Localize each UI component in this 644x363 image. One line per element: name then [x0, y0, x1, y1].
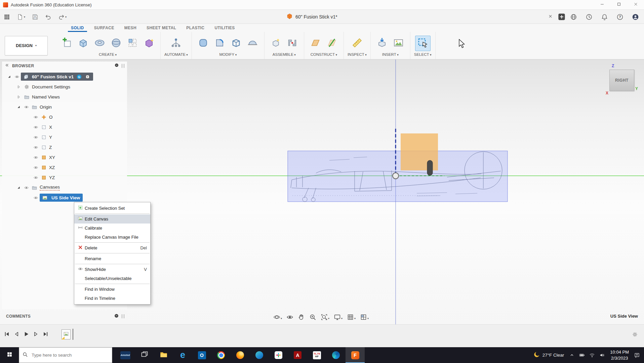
file-menu-button[interactable]: ▾	[16, 13, 26, 21]
taskbar-tl75hf[interactable]: TL75HF	[307, 347, 326, 363]
menu-item-create-selection-set[interactable]: Create Selection Set	[74, 204, 150, 213]
ribbon-tab-solid[interactable]: SOLID	[67, 24, 88, 32]
visibility-eye-icon[interactable]	[32, 164, 40, 171]
notifications-button[interactable]	[600, 12, 609, 22]
action-center-button[interactable]	[634, 352, 640, 358]
taskbar-clock[interactable]: 10:04 PM 2/3/2023	[610, 349, 629, 361]
nav-orbit-button[interactable]	[272, 313, 283, 322]
view-cube[interactable]: RIGHT	[609, 70, 634, 91]
view-cube-face-label[interactable]: RIGHT	[615, 78, 629, 83]
taskbar-slack[interactable]	[269, 347, 288, 363]
ribbon-tab-surface[interactable]: SURFACE	[90, 24, 119, 32]
browser-item-xy[interactable]: XY	[2, 152, 127, 162]
browser-item-y[interactable]: Y	[2, 132, 127, 142]
tray-network-button[interactable]	[589, 352, 595, 358]
expander-icon[interactable]	[15, 104, 23, 110]
taskbar-edge-legacy[interactable]: e	[173, 347, 192, 363]
tool-split-button[interactable]	[245, 36, 260, 51]
browser-item-60-fusion-stick-v1[interactable]: 60" Fusion Stick v1G	[2, 72, 127, 82]
timeline-step-back-button[interactable]	[13, 331, 20, 337]
visibility-eye-icon[interactable]	[23, 184, 30, 191]
visibility-eye-icon[interactable]	[32, 154, 40, 161]
search-input[interactable]	[31, 352, 99, 358]
nav-pan-button[interactable]	[297, 313, 306, 322]
nav-viewports-button[interactable]	[359, 313, 370, 322]
visibility-eye-icon[interactable]	[23, 104, 30, 110]
browser-item-named-views[interactable]: Named Views	[2, 92, 127, 102]
group-label[interactable]: SELECT	[414, 52, 432, 56]
nav-display-settings-button[interactable]	[333, 313, 344, 322]
timeline-play-button[interactable]	[23, 331, 30, 337]
visibility-eye-icon[interactable]	[32, 124, 40, 130]
visibility-eye-icon[interactable]	[32, 134, 40, 140]
taskbar-fusion-360[interactable]: F	[346, 347, 365, 363]
taskbar-chrome[interactable]	[211, 347, 231, 363]
browser-item-origin[interactable]: Origin	[2, 102, 127, 112]
taskbar-task-view[interactable]	[135, 347, 154, 363]
expander-icon[interactable]	[5, 73, 13, 80]
start-button[interactable]	[0, 347, 19, 363]
tool-insert-mesh-button[interactable]	[374, 36, 390, 51]
nav-fit-button[interactable]	[320, 313, 330, 322]
visibility-eye-icon[interactable]	[13, 73, 21, 80]
browser-item-us-side-view[interactable]: US Side View	[2, 193, 127, 203]
avatar-button[interactable]	[631, 12, 640, 22]
tray-chevron-up-button[interactable]	[569, 352, 575, 358]
job-status-button[interactable]	[585, 12, 594, 22]
tray-volume-button[interactable]	[599, 352, 605, 358]
browser-item-xz[interactable]: XZ	[2, 162, 127, 172]
menu-item-find-in-window[interactable]: Find in Window	[74, 285, 150, 294]
help-button[interactable]: ?	[615, 12, 625, 22]
timeline-playhead[interactable]	[73, 329, 73, 340]
menu-item-selectable-unselectable[interactable]: Selectable/Unselectable	[74, 274, 150, 283]
taskbar-file-explorer[interactable]	[154, 347, 173, 363]
target-icon[interactable]	[84, 74, 90, 80]
panel-grip[interactable]	[122, 64, 124, 68]
visibility-eye-icon[interactable]	[32, 144, 40, 151]
extensions-button[interactable]	[569, 12, 578, 22]
new-tab-button[interactable]	[558, 13, 565, 21]
group-label[interactable]: INSPECT	[348, 52, 367, 56]
group-label[interactable]: MODIFY	[219, 52, 237, 56]
browser-item-x[interactable]: X	[2, 122, 127, 132]
tool-pattern-button[interactable]	[125, 36, 140, 51]
workspace-switcher[interactable]: DESIGN▾	[5, 36, 48, 55]
close-button[interactable]	[627, 0, 644, 9]
ribbon-tab-plastic[interactable]: PLASTIC	[182, 24, 209, 32]
g-badge-icon[interactable]: G	[76, 74, 82, 80]
group-label[interactable]: AUTOMATE	[164, 52, 188, 56]
undo-button[interactable]	[44, 13, 52, 21]
nav-look-at-button[interactable]	[285, 313, 294, 322]
tool-automate-button[interactable]	[168, 36, 184, 51]
menu-item-show-hide[interactable]: Show/Hide V	[74, 265, 150, 274]
expander-icon[interactable]	[15, 184, 23, 191]
tool-sphere-button[interactable]	[108, 36, 124, 51]
tool-create-sketch-button[interactable]	[59, 36, 74, 51]
tab-close-button[interactable]	[547, 13, 554, 21]
nav-grid-display-button[interactable]	[346, 313, 357, 322]
menu-item-rename[interactable]: Rename	[74, 254, 150, 263]
timeline-settings-button[interactable]	[632, 331, 638, 339]
collapse-panel-icon[interactable]	[5, 63, 9, 69]
ribbon-tab-utilities[interactable]: UTILITIES	[210, 24, 239, 32]
browser-item-o[interactable]: O	[2, 112, 127, 122]
maximize-button[interactable]	[610, 0, 627, 9]
document-tab[interactable]: 60" Fusion Stick v1*	[286, 10, 337, 24]
panel-grip[interactable]	[122, 314, 124, 318]
tool-fillet-button[interactable]	[212, 36, 228, 51]
save-button[interactable]	[31, 13, 39, 21]
tool-new-component-button[interactable]	[268, 36, 284, 51]
nav-zoom-button[interactable]	[308, 313, 317, 322]
ribbon-tab-mesh[interactable]: MESH	[120, 24, 141, 32]
expander-icon[interactable]	[15, 93, 23, 100]
taskbar-edge[interactable]	[326, 347, 346, 363]
group-label[interactable]: INSERT	[382, 52, 399, 56]
taskbar-search[interactable]	[19, 347, 112, 363]
menu-item-replace-canvas-image-file[interactable]: Replace Canvas Image File	[74, 233, 150, 242]
browser-item-document-settings[interactable]: Document Settings	[2, 82, 127, 92]
timeline-step-forward-button[interactable]	[33, 331, 39, 337]
tool-shell-button[interactable]	[229, 36, 244, 51]
taskbar-firefox[interactable]	[231, 347, 250, 363]
origin-point-marker[interactable]	[393, 173, 399, 179]
taskbar-weather[interactable]: 27°F Clear	[533, 351, 564, 359]
